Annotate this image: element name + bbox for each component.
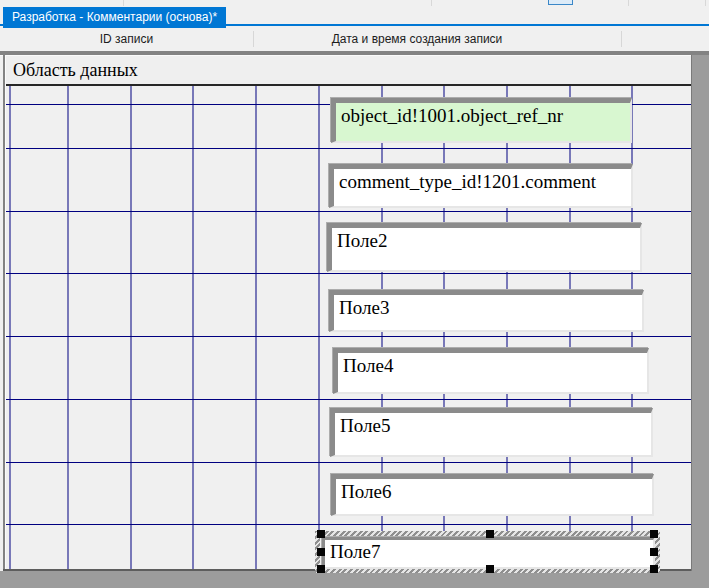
toolbar-separator xyxy=(628,0,629,6)
right-gutter xyxy=(691,55,709,588)
textbox-comment-type[interactable]: comment_type_id!1201.comment xyxy=(329,164,633,208)
toolbar-separator xyxy=(431,0,432,6)
toolbar-strip xyxy=(0,0,709,7)
resize-handle-bottom-right[interactable] xyxy=(650,565,658,573)
resize-handle-middle-left[interactable] xyxy=(317,548,325,556)
toolbar-active-button[interactable] xyxy=(548,0,573,5)
column-header-record-created[interactable]: Дата и время создания записи xyxy=(253,28,621,51)
toolbar-separator xyxy=(705,0,706,6)
resize-handle-top-right[interactable] xyxy=(650,530,658,538)
textbox-pole3[interactable]: Поле3 xyxy=(329,290,644,332)
textbox-object-ref[interactable]: object_id!1001.object_ref_nr xyxy=(331,98,632,143)
form-designer-window: Разработка - Комментарии (основа)* ID за… xyxy=(0,0,709,588)
textbox-comment-type-text: comment_type_id!1201.comment xyxy=(334,169,631,193)
resize-handle-bottom-middle[interactable] xyxy=(486,565,494,573)
section-header-label: Область данных xyxy=(13,60,138,81)
textbox-pole6[interactable]: Поле6 xyxy=(331,474,654,516)
textbox-pole4[interactable]: Поле4 xyxy=(333,348,649,394)
textbox-pole5-text: Поле5 xyxy=(335,413,651,437)
textbox-pole5[interactable]: Поле5 xyxy=(330,408,653,457)
textbox-pole7-text: Поле7 xyxy=(325,540,653,563)
textbox-pole2[interactable]: Поле2 xyxy=(327,223,642,272)
bottom-gutter xyxy=(0,571,709,588)
textbox-object-ref-text: object_id!1001.object_ref_nr xyxy=(336,103,630,127)
resize-handle-top-middle[interactable] xyxy=(486,530,494,538)
column-header-record-id[interactable]: ID записи xyxy=(0,28,253,51)
textbox-pole6-text: Поле6 xyxy=(336,479,652,503)
toolbar-separator xyxy=(123,0,124,6)
tab-development-comments[interactable]: Разработка - Комментарии (основа)* xyxy=(3,7,226,28)
textbox-pole4-text: Поле4 xyxy=(338,353,647,377)
column-header-row: ID записи Дата и время создания записи xyxy=(0,28,709,51)
resize-handle-top-left[interactable] xyxy=(317,530,325,538)
section-header-data-area[interactable]: Область данных xyxy=(6,56,691,86)
textbox-pole3-text: Поле3 xyxy=(334,295,642,319)
resize-handle-bottom-left[interactable] xyxy=(317,565,325,573)
textbox-pole2-text: Поле2 xyxy=(332,228,640,252)
column-divider[interactable] xyxy=(621,31,622,47)
resize-handle-middle-right[interactable] xyxy=(650,548,658,556)
